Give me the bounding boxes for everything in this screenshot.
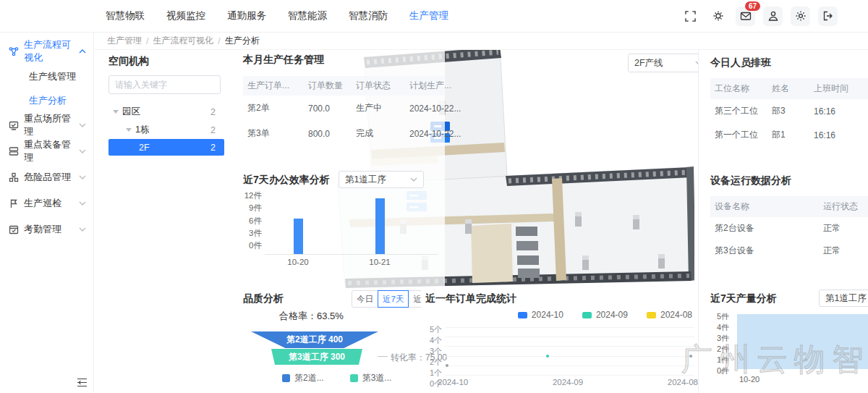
column-header: 计划生产... [405, 80, 463, 92]
sidebar-item-key-equipment[interactable]: 重点装备管理 [0, 138, 93, 164]
sidebar-item-label: 生产巡检 [24, 197, 61, 210]
y-tick-label: 1个 [430, 368, 442, 379]
y-tick-label: 9件 [249, 203, 262, 214]
orders-legend: 2024-102024-092024-08 [518, 310, 692, 320]
legend-item: 第2道... [282, 372, 324, 384]
column-header: 下班时间 [864, 83, 868, 95]
legend-color-swatch [582, 312, 592, 318]
tree-node-园区[interactable]: 园区2 [109, 103, 224, 121]
nav-item-生产管理[interactable]: 生产管理 [409, 9, 448, 22]
sidebar-item-key-places[interactable]: 重点场所管理 [0, 112, 93, 138]
sidebar-item-label: 生产流程可视化 [24, 38, 74, 64]
output-process-select[interactable]: 第1道工序 [819, 290, 868, 307]
sidebar-item-line-management[interactable]: 生产线管理 [0, 64, 93, 88]
legend-label: 2024-08 [660, 310, 692, 320]
tree-node-2F[interactable]: 2F2 [109, 139, 224, 156]
y-tick-label: 12件 [244, 190, 262, 201]
column-header: 上班时间 [809, 83, 864, 95]
breadcrumb-separator: / [146, 36, 148, 46]
quality-period-buttons: 今日近7天近30天 [352, 290, 421, 308]
cell: 16:16 [809, 130, 864, 140]
breadcrumb-item[interactable]: 生产流程可视化 [153, 35, 213, 47]
legend-item: 第3道... [350, 372, 392, 384]
cell: 部1 [767, 129, 809, 141]
sidebar-item-label: 重点装备管理 [24, 138, 74, 164]
gridline [445, 375, 694, 376]
orders-plot-area [445, 327, 694, 375]
y-tick-label: 0件 [249, 240, 262, 251]
data-point [546, 355, 549, 358]
mail-icon[interactable]: 67 [736, 7, 755, 26]
cell: 第2单 [243, 102, 304, 114]
funnel-stage-1[interactable]: 第2道工序 400 [251, 331, 378, 348]
y-tick-label: 5个 [430, 324, 442, 335]
y-tick-label: 4个 [430, 335, 442, 346]
column-header: 订单数量 [304, 80, 352, 92]
column-header: 生产订单... [243, 80, 304, 92]
legend-label: 第2道... [294, 372, 324, 384]
sidebar-item-production-patrol[interactable]: 生产巡检 [0, 190, 93, 216]
production-line-select[interactable]: 2F产线 [628, 54, 709, 72]
nav-item-智慧消防[interactable]: 智慧消防 [349, 9, 388, 22]
gridline [445, 365, 694, 366]
period-button-今日[interactable]: 今日 [352, 290, 378, 308]
cell: 第2台设备 [710, 222, 819, 234]
table-row: 第一个工位部116:162 [710, 123, 868, 147]
cell: 2 [864, 106, 868, 117]
tree-node-label: 1栋 [135, 124, 149, 136]
breadcrumb-item[interactable]: 生产分析 [225, 35, 260, 47]
sidebar-item-attendance[interactable]: 考勤管理 [0, 216, 93, 242]
space-search-input[interactable] [109, 75, 221, 94]
caret-down-icon[interactable] [113, 110, 119, 114]
task-table: 生产订单...订单数量订单状态计划生产...第2单700.0生产中2024-10… [243, 76, 444, 146]
nav-item-智慧物联[interactable]: 智慧物联 [106, 9, 145, 22]
period-button-近30天[interactable]: 近30天 [408, 290, 421, 308]
user-icon[interactable] [763, 7, 783, 26]
caret-down-icon[interactable] [126, 128, 132, 132]
fullscreen-icon[interactable] [681, 7, 700, 26]
y-tick-label: 0件 [717, 365, 729, 376]
space-structure-panel: 空间机构 园区21栋22F2 [109, 55, 224, 156]
mail-badge: 67 [745, 1, 760, 11]
nav-item-通勤服务[interactable]: 通勤服务 [227, 9, 266, 22]
top-icon-group: 67 [681, 7, 838, 26]
legend-item[interactable]: 2024-09 [582, 310, 628, 320]
breadcrumb-item[interactable]: 生产管理 [107, 35, 142, 47]
tree-node-count: 2 [210, 143, 216, 153]
breadcrumb-separator: / [218, 36, 220, 46]
tree-node-label: 2F [139, 143, 150, 153]
data-point [689, 355, 692, 358]
period-button-近7天[interactable]: 近7天 [378, 290, 409, 308]
legend-color-swatch [350, 374, 358, 382]
funnel-stage-2[interactable]: 第3道工序 300 [271, 349, 362, 365]
theme-sun-icon[interactable] [791, 7, 810, 26]
sidebar-item-label: 考勤管理 [24, 223, 61, 236]
cell: 2 [864, 130, 868, 140]
sidebar-item-hazardous-materials[interactable]: 危险品管理 [0, 164, 93, 190]
sidebar-item-production-analysis[interactable]: 生产分析 [0, 88, 93, 112]
cell: 2024-10-22... [405, 103, 463, 114]
nav-item-视频监控[interactable]: 视频监控 [166, 9, 205, 22]
legend-item[interactable]: 2024-10 [518, 310, 563, 320]
table-row: 第3台设备正常 [710, 240, 868, 262]
column-header: 设备名称 [710, 200, 819, 213]
logout-exit-icon[interactable] [818, 7, 838, 26]
cell: 第3单 [243, 127, 304, 140]
top-bar: 智慧物联视频监控通勤服务智慧能源智慧消防生产管理 67 [0, 0, 868, 33]
x-tick-label: 2024-10 [438, 378, 468, 386]
legend-item[interactable]: 2024-08 [647, 310, 692, 320]
efficiency-process-select[interactable]: 第1道工序 [339, 171, 424, 188]
nav-item-智慧能源[interactable]: 智慧能源 [288, 9, 327, 22]
settings-gear-icon[interactable] [708, 7, 728, 26]
sidebar-item-production-flow[interactable]: 生产流程可视化 [0, 38, 93, 64]
cell: 第一个工位 [710, 129, 767, 141]
sidebar-collapse-icon[interactable] [77, 378, 88, 387]
tree-node-1栋[interactable]: 1栋2 [109, 121, 224, 139]
y-tick-label: 4件 [717, 322, 729, 333]
chevron-down-icon [410, 177, 417, 182]
column-header: 姓名 [767, 83, 809, 95]
legend-color-swatch [647, 312, 656, 318]
efficiency-panel-title: 近7天办公效率分析 [243, 174, 330, 187]
tree-node-label: 园区 [122, 106, 140, 118]
x-tick-label: 10-21 [363, 258, 396, 266]
